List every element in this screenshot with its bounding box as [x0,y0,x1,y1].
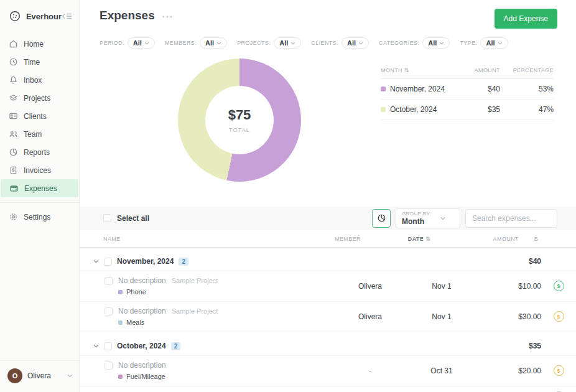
home-icon [9,39,18,49]
list-toolbar: Select all GROUP BY: Month [80,207,576,230]
gear-icon [9,212,18,222]
sidebar-nav: Home Time Inbox Projects Clients [0,35,79,197]
expense-member: Olivera [336,282,404,291]
chart-section: $75 TOTAL MONTH⇅ AMOUNT PERCENTAGE Novem… [178,58,557,182]
sort-icon: ⇅ [425,236,430,242]
expense-description[interactable]: No description [118,276,166,285]
group-checkbox[interactable] [104,342,112,350]
filter-label: PERIOD: [100,40,124,46]
date-header-cell[interactable]: DATE⇅ [382,236,457,242]
month-summary-table: MONTH⇅ AMOUNT PERCENTAGE November, 2024 … [381,67,554,182]
more-options-icon[interactable]: ··· [162,11,174,22]
chart-toggle-button[interactable] [372,209,391,228]
nav-label: Team [24,130,42,139]
page-header: Expenses ··· Add Expense [80,0,576,29]
filter-categories: CATEGORIES: All [379,37,450,49]
filter-members: MEMBERS: All [165,37,227,49]
row-checkbox[interactable] [105,277,113,285]
billable-badge[interactable]: $ [554,365,564,376]
sidebar-item-inbox[interactable]: Inbox [0,71,79,89]
group-count-badge: 2 [179,258,188,266]
filter-label: PROJECTS: [237,40,271,46]
app-window: Everhour Home Time [0,0,576,392]
group-by-dropdown[interactable]: GROUP BY: Month [396,208,460,228]
month-row: October, 2024 $35 47% [381,100,554,120]
sidebar-item-projects[interactable]: Projects [0,89,79,107]
amount-cell: $35 [453,105,500,114]
filter-period: PERIOD: All [100,37,155,49]
amount-cell: $40 [453,85,500,93]
expense-description[interactable]: No description [118,307,166,315]
select-all-label: Select all [117,214,149,223]
expense-member: Olivera [336,312,404,321]
group-by-value: Month [402,217,431,226]
sidebar-item-settings[interactable]: Settings [0,208,79,226]
expense-member: - [336,366,404,375]
chevron-down-icon [290,42,295,45]
filter-type-dropdown[interactable]: All [480,37,508,49]
filter-period-dropdown[interactable]: All [128,37,155,49]
filter-clients-dropdown[interactable]: All [341,37,369,49]
collapse-sidebar-icon[interactable] [62,12,73,21]
donut-chart-wrap: $75 TOTAL [178,58,301,182]
billable-badge[interactable]: $ [554,281,564,291]
sidebar-item-clients[interactable]: Clients [0,107,79,125]
donut-total: $75 [228,107,251,123]
group-by-label: GROUP BY: [402,211,431,217]
sidebar-item-expenses[interactable]: Expenses [1,179,78,197]
expense-category: Fuel/Mileage [118,373,336,380]
legend-swatch [381,107,386,112]
filter-value: All [347,39,356,47]
everhour-logo-icon [9,10,21,22]
filter-clients: CLIENTS: All [311,37,369,49]
sidebar-item-team[interactable]: Team [0,125,79,143]
group-count-badge: 2 [171,342,181,350]
expenses-table: NAME MEMBER DATE⇅ AMOUNT B November, 202… [80,230,576,392]
people-icon [9,129,18,139]
filter-label: MEMBERS: [165,40,197,46]
name-header-cell: NAME [103,236,314,242]
row-checkbox[interactable] [105,362,113,370]
expense-date: Nov 1 [404,282,479,291]
filters-bar: PERIOD: All MEMBERS: All PROJECTS: All C… [80,29,576,49]
chevron-down-icon [439,42,444,45]
month-cell: October, 2024 [381,105,453,114]
user-menu[interactable]: O Olivera [0,360,79,392]
expense-row: No description Sample Project Phone Oliv… [80,271,576,302]
pie-icon [9,147,18,157]
expense-category: Phone [118,288,336,296]
category-dot [118,290,123,294]
filter-value: All [428,39,437,47]
billable-badge[interactable]: $ [554,311,564,322]
sidebar-item-reports[interactable]: Reports [0,143,79,161]
expense-description[interactable]: No description [118,361,166,370]
sidebar-item-invoices[interactable]: Invoices [0,161,79,179]
month-header-cell[interactable]: MONTH⇅ [381,67,453,73]
collapse-group-icon[interactable] [93,344,99,348]
nav-label: Clients [24,112,47,121]
sidebar-item-home[interactable]: Home [0,35,79,53]
sidebar: Everhour Home Time [0,0,80,392]
row-checkbox[interactable] [105,307,113,315]
expense-row: No description Fuel/Mileage - Oct 31 $20… [80,356,576,386]
filter-label: TYPE: [460,40,477,46]
group-total: $40 [479,257,541,266]
collapse-group-icon[interactable] [93,259,99,263]
sidebar-divider [0,202,79,203]
layers-icon [9,93,18,103]
expense-date: Nov 1 [404,312,479,321]
select-all-checkbox[interactable] [103,214,111,222]
filter-categories-dropdown[interactable]: All [422,37,450,49]
expense-amount: $30.00 [479,312,541,321]
filter-members-dropdown[interactable]: All [200,37,227,49]
add-expense-button[interactable]: Add Expense [495,9,557,29]
group-checkbox[interactable] [104,258,112,266]
filter-label: CLIENTS: [311,40,338,46]
search-input[interactable] [465,209,557,228]
group-name: October, 2024 [117,342,166,350]
sidebar-item-time[interactable]: Time [0,53,79,71]
brand-row: Everhour [0,0,79,31]
chevron-down-icon [216,42,221,45]
filter-projects-dropdown[interactable]: All [274,37,301,49]
category-dot [118,375,123,379]
